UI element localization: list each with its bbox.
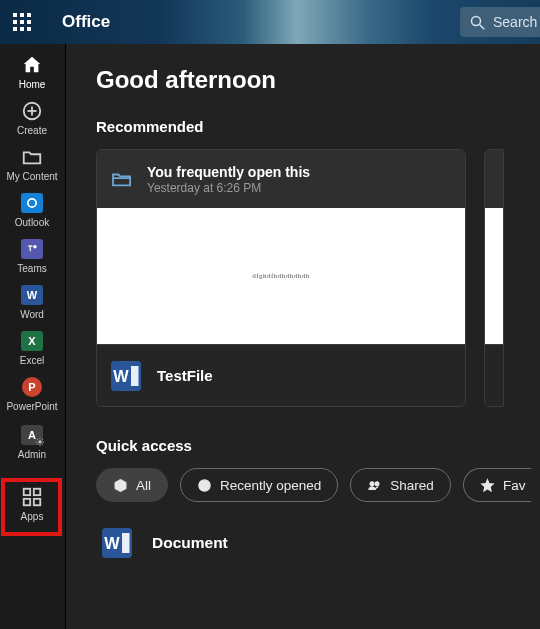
svg-point-18 xyxy=(38,440,41,443)
word-icon: W xyxy=(19,283,45,307)
app-launcher-button[interactable] xyxy=(0,0,44,44)
cube-icon xyxy=(113,478,128,493)
quick-access-title: Quick access xyxy=(96,437,540,454)
document-list-item[interactable]: W Document xyxy=(96,528,540,558)
card-header: You frequently open this Yesterday at 6:… xyxy=(97,150,465,208)
sidebar-item-word[interactable]: W Word xyxy=(0,278,65,324)
star-icon xyxy=(480,478,495,493)
pill-recently-opened[interactable]: Recently opened xyxy=(180,468,338,502)
pill-label: All xyxy=(136,478,151,493)
sidebar-item-outlook[interactable]: Outlook xyxy=(0,186,65,232)
sidebar-item-label: Admin xyxy=(18,449,46,460)
pill-all[interactable]: All xyxy=(96,468,168,502)
preview-text: dfghdfhdhdhdhdh xyxy=(252,272,310,280)
plus-circle-icon xyxy=(19,99,45,123)
powerpoint-icon: P xyxy=(19,375,45,399)
svg-rect-4 xyxy=(20,20,24,24)
sidebar-item-home[interactable]: Home xyxy=(0,48,65,94)
svg-line-10 xyxy=(480,24,485,29)
svg-rect-31 xyxy=(122,533,130,553)
pill-favorites[interactable]: Fav xyxy=(463,468,532,502)
sidebar-item-my-content[interactable]: My Content xyxy=(0,140,65,186)
sidebar-item-create[interactable]: Create xyxy=(0,94,65,140)
svg-rect-24 xyxy=(131,366,139,386)
folder-open-icon xyxy=(111,170,133,188)
svg-rect-7 xyxy=(20,27,24,31)
svg-rect-1 xyxy=(20,13,24,17)
search-icon xyxy=(470,15,485,30)
card-preview: dfghdfhdhdhdhdh xyxy=(97,208,465,344)
word-doc-icon: W xyxy=(102,528,132,558)
svg-point-9 xyxy=(472,16,481,25)
sidebar-item-label: Create xyxy=(17,125,47,136)
svg-rect-5 xyxy=(27,20,31,24)
sidebar-item-teams[interactable]: Teams xyxy=(0,232,65,278)
people-icon xyxy=(367,478,382,493)
svg-rect-2 xyxy=(27,13,31,17)
main-content: Good afternoon Recommended You frequentl… xyxy=(65,44,540,629)
search-input[interactable]: Search xyxy=(460,7,540,37)
card-footer: W TestFile xyxy=(97,344,465,406)
card-reason: You frequently open this xyxy=(147,164,310,180)
sidebar-item-label: Word xyxy=(20,309,44,320)
svg-rect-0 xyxy=(13,13,17,17)
sidebar-item-excel[interactable]: X Excel xyxy=(0,324,65,370)
word-doc-icon: W xyxy=(111,361,141,391)
sidebar-item-label: My Content xyxy=(6,171,57,182)
clock-icon xyxy=(197,478,212,493)
card-when: Yesterday at 6:26 PM xyxy=(147,181,310,195)
pill-label: Shared xyxy=(390,478,434,493)
svg-rect-16 xyxy=(30,246,31,252)
svg-text:W: W xyxy=(104,534,120,552)
svg-text:W: W xyxy=(113,367,129,385)
teams-icon xyxy=(19,237,45,261)
recommended-row: You frequently open this Yesterday at 6:… xyxy=(96,149,540,407)
card-file-name: TestFile xyxy=(157,367,213,384)
sidebar-item-label: Outlook xyxy=(15,217,49,228)
svg-point-14 xyxy=(28,199,36,207)
sidebar-item-label: Home xyxy=(19,79,46,90)
svg-rect-3 xyxy=(13,20,17,24)
sidebar: Home Create My Content xyxy=(0,44,65,629)
svg-rect-6 xyxy=(13,27,17,31)
svg-rect-8 xyxy=(27,27,31,31)
highlight-admin xyxy=(1,478,62,536)
sidebar-item-label: Excel xyxy=(20,355,44,366)
recommended-card-next[interactable] xyxy=(484,149,504,407)
recommended-card[interactable]: You frequently open this Yesterday at 6:… xyxy=(96,149,466,407)
sidebar-item-label: Teams xyxy=(17,263,46,274)
folder-icon xyxy=(19,145,45,169)
brand-title: Office xyxy=(62,12,110,32)
document-name: Document xyxy=(152,534,228,552)
pill-shared[interactable]: Shared xyxy=(350,468,451,502)
excel-icon: X xyxy=(19,329,45,353)
svg-point-29 xyxy=(375,481,379,485)
quick-access-pills: All Recently opened Shared Fav xyxy=(96,468,540,502)
admin-icon: A xyxy=(19,423,45,447)
search-placeholder: Search xyxy=(493,14,537,30)
header: Office Search xyxy=(0,0,540,44)
svg-point-17 xyxy=(33,245,37,249)
sidebar-item-powerpoint[interactable]: P PowerPoint xyxy=(0,370,65,416)
greeting: Good afternoon xyxy=(96,66,540,94)
recommended-title: Recommended xyxy=(96,118,540,135)
svg-point-28 xyxy=(370,481,374,485)
home-icon xyxy=(19,53,45,77)
sidebar-item-label: PowerPoint xyxy=(6,401,57,412)
outlook-icon xyxy=(19,191,45,215)
sidebar-item-admin[interactable]: A Admin xyxy=(0,418,65,464)
pill-label: Recently opened xyxy=(220,478,321,493)
pill-label: Fav xyxy=(503,478,526,493)
waffle-icon xyxy=(13,13,31,31)
